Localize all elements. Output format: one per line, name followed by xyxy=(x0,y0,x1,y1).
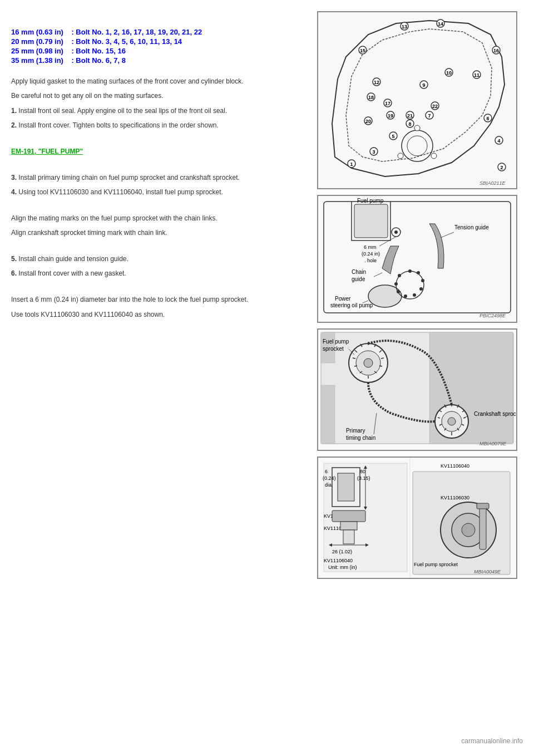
svg-rect-136 xyxy=(332,510,365,522)
note-tool: Use tools KV11106030 and KV11106040 as s… xyxy=(11,309,306,320)
svg-text:MBIA0049E: MBIA0049E xyxy=(474,569,501,575)
svg-text:Primary: Primary xyxy=(346,428,365,434)
diagram-4-svg: 6 (0.24) dia. 80 (3.15) KV11106040 KV111… xyxy=(318,458,516,578)
svg-text:14: 14 xyxy=(438,21,443,27)
step-3: 3. Install primary timing chain on fuel … xyxy=(11,172,306,183)
svg-text:Fuel pump: Fuel pump xyxy=(323,338,349,345)
svg-point-71 xyxy=(408,269,412,273)
svg-point-77 xyxy=(397,290,400,293)
diagram-2-svg: Fuel pump 6 mm (0.24 in) . hole Chain gu… xyxy=(318,196,516,322)
watermark: carmanualonline.info xyxy=(461,737,523,745)
svg-text:Fuel pump sprocket: Fuel pump sprocket xyxy=(414,562,458,567)
svg-text:19: 19 xyxy=(388,113,393,119)
right-column: 1 2 3 4 5 6 7 xyxy=(317,11,523,745)
svg-text:Chain: Chain xyxy=(352,269,366,275)
svg-text:Power: Power xyxy=(335,296,351,302)
bolt-spec-line-2: 20 mm (0.79 in) : Bolt No. 3, 4, 5, 6, 1… xyxy=(11,37,306,46)
svg-rect-125 xyxy=(338,473,354,501)
bolt-spec-line-1: 16 mm (0.63 in) : Bolt No. 1, 2, 16, 17,… xyxy=(11,28,306,36)
bolt-size-4: 35 mm (1.38 in) xyxy=(11,56,63,65)
svg-text:4: 4 xyxy=(497,138,500,144)
bolt-spec-line-3: 25 mm (0.98 in) : Bolt No. 15, 16 xyxy=(11,47,306,55)
svg-text:8: 8 xyxy=(408,121,411,127)
left-column: 16 mm (0.63 in) : Bolt No. 1, 2, 16, 17,… xyxy=(11,11,312,745)
diagram-1: 1 2 3 4 5 6 7 xyxy=(317,11,517,189)
note-oil: Be careful not to get any oil on the mat… xyxy=(11,90,306,101)
svg-text:3: 3 xyxy=(372,149,375,155)
svg-point-49 xyxy=(431,153,437,159)
bolt-bolt-2: : Bolt No. 3, 4, 5, 6, 10, 11, 13, 14 xyxy=(71,37,182,46)
link-ref[interactable]: EM-191, "FUEL PUMP" xyxy=(11,146,306,157)
svg-point-47 xyxy=(414,125,420,131)
diagram-3: Fuel pump sprocket xyxy=(317,328,517,451)
bolt-specs-block: 16 mm (0.63 in) : Bolt No. 1, 2, 16, 17,… xyxy=(11,28,306,65)
bolt-bolt-4: : Bolt No. 6, 7, 8 xyxy=(71,56,126,65)
svg-text:21: 21 xyxy=(407,113,413,119)
note-crankshaft: Align crankshaft sprocket timing mark wi… xyxy=(11,227,306,238)
svg-text:(0.24): (0.24) xyxy=(323,475,336,481)
svg-rect-137 xyxy=(340,522,357,530)
step-4: 4. Using tool KV11106030 and KV11106040,… xyxy=(11,186,306,198)
svg-point-85 xyxy=(364,359,373,367)
svg-text:SBIA0211E: SBIA0211E xyxy=(479,180,506,186)
svg-text:26 (1.02): 26 (1.02) xyxy=(332,549,352,554)
svg-text:PBIC2498E: PBIC2498E xyxy=(479,313,506,318)
svg-text:. hole: . hole xyxy=(364,258,377,263)
svg-text:13: 13 xyxy=(402,24,407,30)
bolt-size-1: 16 mm (0.63 in) xyxy=(11,28,63,36)
svg-point-56 xyxy=(394,230,398,234)
svg-text:KV11106030: KV11106030 xyxy=(441,495,469,500)
svg-text:dia.: dia. xyxy=(325,482,333,488)
svg-text:12: 12 xyxy=(374,80,379,85)
svg-text:6 mm: 6 mm xyxy=(364,244,377,250)
step-6: 6. Install front cover with a new gasket… xyxy=(11,268,306,279)
svg-point-73 xyxy=(421,279,424,282)
svg-text:Tension guide: Tension guide xyxy=(454,224,489,230)
svg-text:KV11106040: KV11106040 xyxy=(441,463,469,469)
svg-point-48 xyxy=(398,153,403,159)
svg-text:(0.24 in): (0.24 in) xyxy=(362,251,380,257)
svg-text:MBIA0079E: MBIA0079E xyxy=(479,441,507,446)
svg-text:80: 80 xyxy=(360,469,365,474)
bolt-bolt-3: : Bolt No. 15, 16 xyxy=(71,47,126,55)
svg-line-89 xyxy=(381,358,384,359)
left-notes: Apply liquid gasket to the mating surfac… xyxy=(11,76,306,320)
svg-text:22: 22 xyxy=(432,104,438,109)
svg-rect-53 xyxy=(354,204,388,238)
svg-line-107 xyxy=(463,418,466,418)
svg-text:steering oil pump: steering oil pump xyxy=(330,302,373,308)
svg-text:(3.15): (3.15) xyxy=(357,475,370,481)
svg-point-79 xyxy=(398,274,401,277)
svg-point-74 xyxy=(419,287,423,291)
svg-rect-138 xyxy=(343,530,354,544)
svg-rect-153 xyxy=(477,503,489,509)
bolt-size-3: 25 mm (0.98 in) xyxy=(11,47,63,55)
bolt-spec-line-4: 35 mm (1.38 in) : Bolt No. 6, 7, 8 xyxy=(11,56,306,65)
svg-point-151 xyxy=(462,523,475,537)
bolt-size-2: 20 mm (0.79 in) xyxy=(11,37,63,46)
svg-point-103 xyxy=(448,418,456,425)
fuel-pump-link[interactable]: EM-191, "FUEL PUMP" xyxy=(11,148,83,155)
svg-text:17: 17 xyxy=(385,101,390,106)
note-align: Align the mating marks on the fuel pump … xyxy=(11,213,306,224)
svg-line-94 xyxy=(354,366,357,366)
svg-text:guide: guide xyxy=(352,276,365,282)
svg-text:6: 6 xyxy=(486,116,489,121)
diagram-2: Fuel pump 6 mm (0.24 in) . hole Chain gu… xyxy=(317,195,517,323)
svg-text:18: 18 xyxy=(368,95,374,100)
svg-text:15: 15 xyxy=(360,48,365,53)
svg-line-90 xyxy=(379,366,382,366)
svg-text:20: 20 xyxy=(365,119,371,124)
svg-text:KV11106040: KV11106040 xyxy=(324,558,353,563)
step-5: 5. Install chain guide and tension guide… xyxy=(11,253,306,264)
svg-text:11: 11 xyxy=(474,72,479,78)
svg-text:16: 16 xyxy=(493,48,499,53)
bolt-bolt-1: : Bolt No. 1, 2, 16, 17, 18, 19, 20, 21,… xyxy=(71,28,202,36)
step-2: 2. Install front cover. Tighten bolts to… xyxy=(11,120,306,131)
note-liquid-gasket: Apply liquid gasket to the mating surfac… xyxy=(11,76,306,87)
svg-point-78 xyxy=(394,282,398,286)
diagram-3-svg: Fuel pump sprocket xyxy=(318,330,516,450)
svg-line-113 xyxy=(438,418,440,418)
diagram-4: 6 (0.24) dia. 80 (3.15) KV11106040 KV111… xyxy=(317,456,517,579)
svg-text:1: 1 xyxy=(350,161,353,167)
